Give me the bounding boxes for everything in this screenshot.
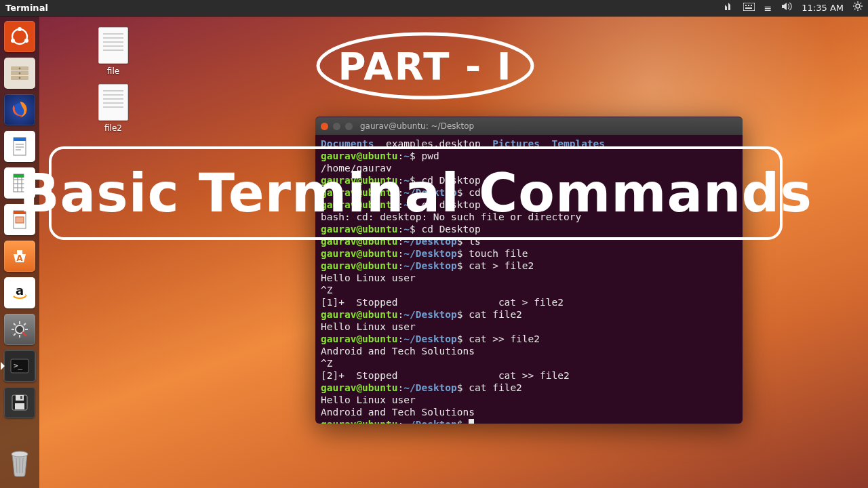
unity-launcher: A a >_: [0, 16, 39, 488]
overlay-big-text: Basic Terminal Commands: [19, 163, 812, 224]
svg-line-46: [24, 323, 26, 325]
terminal-window-title: gaurav@ubuntu: ~/Desktop: [360, 121, 474, 131]
launcher-software-center[interactable]: A: [3, 240, 36, 272]
overlay-big-title: Basic Terminal Commands: [49, 146, 783, 240]
svg-rect-26: [14, 138, 26, 141]
bluetooth-icon[interactable]: ≡: [764, 0, 772, 16]
text-file-icon: [98, 84, 128, 121]
overlay-part-title: PART - I: [313, 30, 537, 102]
cmd: cat file2: [469, 382, 522, 393]
svg-line-13: [861, 3, 861, 3]
svg-rect-2: [748, 5, 749, 6]
ubuntu-desktop: Terminal ≡ 11:35 AM A a >_: [0, 0, 868, 488]
svg-rect-52: [20, 396, 22, 399]
output-line: Android and Tech Solutions: [321, 346, 475, 357]
output-line: Android and Tech Solutions: [321, 407, 475, 418]
cmd: cat > file2: [469, 260, 534, 271]
window-minimize-icon[interactable]: [333, 123, 340, 130]
launcher-ubuntu-dash[interactable]: [3, 20, 36, 53]
svg-rect-0: [743, 3, 755, 11]
text-file-icon: [98, 27, 128, 64]
launcher-trash[interactable]: [3, 446, 36, 479]
output-line: Hello Linux user: [321, 272, 416, 283]
overlay-part-text: PART - I: [313, 30, 537, 102]
svg-line-10: [854, 3, 855, 3]
desktop-file-label: file2: [87, 123, 140, 133]
output-line: [2]+ Stopped cat >> file2: [321, 370, 570, 381]
svg-rect-4: [745, 7, 752, 9]
launcher-writer[interactable]: [3, 130, 36, 163]
launcher-amazon[interactable]: a: [3, 277, 36, 309]
launcher-terminal[interactable]: >_: [3, 350, 36, 382]
svg-point-21: [19, 68, 21, 70]
svg-point-17: [24, 39, 28, 43]
output-line: [1]+ Stopped cat > file2: [321, 297, 564, 308]
svg-line-45: [14, 333, 16, 336]
svg-line-12: [854, 9, 855, 9]
svg-point-53: [12, 451, 28, 457]
svg-rect-51: [15, 403, 24, 409]
session-gear-icon[interactable]: [853, 0, 863, 16]
output-line: Hello Linux user: [321, 394, 416, 405]
terminal-cursor: [469, 419, 474, 424]
svg-point-23: [19, 77, 21, 79]
svg-text:a: a: [16, 283, 24, 298]
clock[interactable]: 11:35 AM: [802, 0, 844, 16]
output-line: ^Z: [321, 358, 332, 369]
svg-text:>_: >_: [14, 361, 23, 370]
launcher-firefox[interactable]: [3, 94, 36, 126]
output-line: ^Z: [321, 285, 332, 296]
svg-point-15: [18, 27, 22, 31]
svg-rect-1: [745, 5, 747, 6]
svg-rect-50: [16, 395, 24, 401]
launcher-settings[interactable]: [3, 313, 36, 346]
launcher-files[interactable]: [3, 57, 36, 89]
output-line: Hello Linux user: [321, 321, 416, 332]
keyboard-indicator-icon[interactable]: [743, 0, 755, 16]
top-menubar: Terminal ≡ 11:35 AM: [0, 0, 868, 16]
window-close-icon[interactable]: [321, 123, 328, 130]
svg-point-5: [856, 4, 860, 8]
launcher-save-disk[interactable]: [3, 386, 36, 419]
network-icon[interactable]: [724, 0, 734, 16]
cmd: cat file2: [469, 309, 522, 320]
desktop-file-label: file: [87, 66, 140, 76]
window-maximize-icon[interactable]: [345, 123, 353, 130]
svg-line-43: [14, 323, 16, 325]
active-app-name: Terminal: [5, 0, 48, 16]
cmd: touch file: [469, 248, 528, 259]
terminal-titlebar[interactable]: gaurav@ubuntu: ~/Desktop: [315, 117, 743, 135]
desktop-file-icon[interactable]: file: [87, 27, 140, 76]
svg-point-16: [11, 39, 15, 43]
svg-point-22: [19, 73, 21, 75]
svg-text:A: A: [16, 253, 23, 263]
sound-icon[interactable]: [781, 0, 792, 16]
svg-rect-3: [751, 5, 752, 6]
system-tray: ≡ 11:35 AM: [724, 0, 863, 16]
desktop-file-icon[interactable]: file2: [87, 84, 140, 133]
svg-line-11: [861, 9, 861, 9]
cmd: cat >> file2: [469, 333, 540, 344]
